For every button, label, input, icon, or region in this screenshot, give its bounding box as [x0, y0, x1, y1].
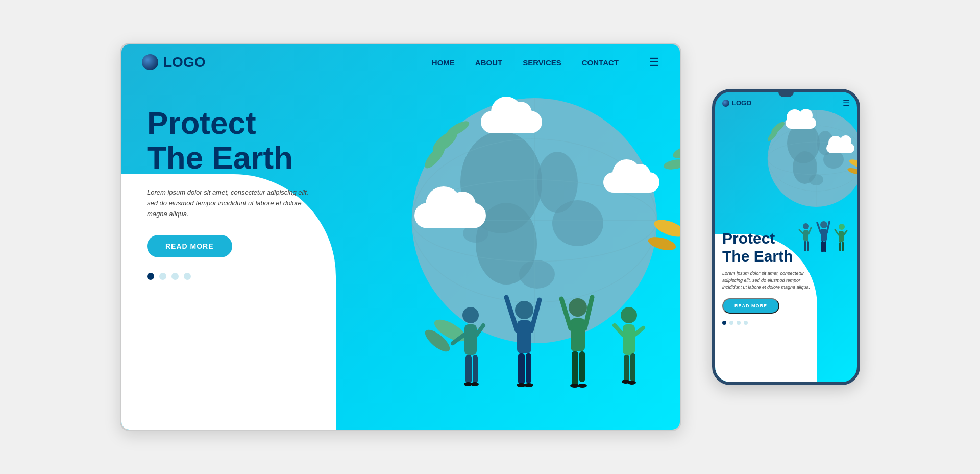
cloud-top: [481, 111, 542, 133]
mobile-pagination-dot-3[interactable]: [737, 321, 741, 325]
svg-point-49: [578, 384, 587, 388]
svg-rect-37: [579, 351, 585, 382]
svg-point-18: [671, 143, 681, 161]
mobile-people-illustration: [796, 219, 852, 259]
pagination-dot-3[interactable]: [172, 273, 179, 280]
svg-rect-21: [464, 324, 477, 355]
nav-contact[interactable]: CONTACT: [582, 58, 619, 67]
svg-line-74: [808, 228, 811, 234]
svg-rect-39: [623, 324, 635, 355]
svg-line-80: [827, 222, 829, 233]
logo-circle-icon: [142, 54, 158, 70]
svg-point-77: [820, 221, 827, 228]
svg-point-51: [628, 381, 636, 385]
pagination-dot-1[interactable]: [147, 273, 154, 280]
pagination-dot-2[interactable]: [159, 273, 166, 280]
mobile-title-line1: Protect: [722, 230, 775, 247]
mobile-hamburger-icon[interactable]: ☰: [843, 98, 850, 108]
svg-point-13: [445, 118, 471, 139]
svg-rect-72: [803, 230, 808, 241]
svg-point-26: [515, 301, 533, 319]
mobile-logo-text: LOGO: [732, 99, 751, 107]
svg-line-73: [799, 230, 803, 234]
desktop-hero-section: Protect The Earth Lorem ipsum dolor sit …: [147, 106, 321, 280]
mobile-logo: LOGO: [722, 99, 751, 107]
svg-point-71: [803, 223, 809, 229]
svg-point-45: [471, 382, 479, 386]
svg-line-34: [561, 299, 571, 328]
mobile-nav: LOGO ☰: [715, 98, 857, 108]
svg-rect-82: [824, 241, 826, 252]
cloud-middle-left: [414, 203, 486, 228]
nav-home[interactable]: HOME: [432, 58, 455, 67]
nav-about[interactable]: ABOUT: [475, 58, 502, 67]
pagination-dot-4[interactable]: [184, 273, 191, 280]
desktop-globe-container: [353, 50, 681, 407]
mobile-camera-notch: [778, 92, 794, 97]
svg-rect-84: [839, 231, 844, 242]
svg-rect-76: [807, 241, 809, 251]
mobile-pagination-dot-1[interactable]: [722, 321, 726, 325]
desktop-hero-title: Protect The Earth: [147, 106, 321, 175]
svg-point-38: [621, 307, 637, 323]
svg-rect-31: [526, 353, 531, 383]
desktop-logo: LOGO: [142, 54, 205, 70]
svg-rect-42: [624, 355, 629, 381]
mobile-pagination-dots: [722, 321, 814, 325]
mobile-logo-circle-icon: [722, 100, 729, 107]
cloud-right: [603, 172, 659, 193]
svg-line-29: [531, 300, 540, 330]
svg-rect-30: [518, 353, 525, 384]
svg-point-70: [847, 167, 860, 176]
svg-line-41: [635, 328, 643, 335]
svg-point-19: [663, 158, 681, 171]
svg-rect-78: [821, 229, 827, 241]
svg-rect-88: [842, 242, 844, 251]
desktop-pagination-dots: [147, 273, 321, 280]
svg-rect-33: [571, 318, 585, 351]
mobile-mockup: LOGO ☰: [712, 89, 860, 385]
svg-line-40: [615, 325, 623, 335]
svg-rect-36: [572, 351, 578, 385]
desktop-mockup: LOGO HOME ABOUT SERVICES CONTACT ☰ Prote…: [120, 43, 681, 431]
svg-rect-25: [473, 355, 478, 383]
mobile-people-area: [796, 219, 852, 259]
svg-line-79: [817, 223, 821, 233]
svg-point-14: [652, 217, 681, 240]
hamburger-icon[interactable]: ☰: [649, 56, 659, 69]
hero-title-line2: The Earth: [147, 140, 293, 175]
svg-line-85: [835, 230, 839, 235]
svg-point-20: [462, 307, 479, 323]
nav-services[interactable]: SERVICES: [523, 58, 561, 67]
svg-point-83: [839, 224, 845, 230]
svg-rect-75: [804, 241, 806, 251]
desktop-hero-description: Lorem ipsum dolor sit amet, consectetur …: [147, 187, 321, 219]
desktop-read-more-button[interactable]: READ MORE: [147, 235, 232, 257]
svg-line-28: [506, 297, 517, 330]
svg-point-47: [524, 383, 533, 387]
mobile-hero-description: Lorem ipsum dolor sit amet, consectetur …: [722, 270, 814, 291]
mobile-leaves: [760, 102, 860, 215]
svg-point-32: [569, 298, 587, 317]
mobile-pagination-dot-2[interactable]: [729, 321, 733, 325]
logo-text: LOGO: [163, 54, 205, 70]
nav-links: HOME ABOUT SERVICES CONTACT ☰: [432, 56, 659, 69]
mobile-globe-area: [760, 102, 860, 215]
svg-line-23: [477, 325, 483, 335]
svg-point-69: [848, 158, 860, 169]
hero-title-line1: Protect: [147, 105, 256, 140]
svg-rect-87: [839, 242, 841, 251]
mobile-read-more-button[interactable]: READ MORE: [722, 298, 779, 314]
mobile-pagination-dot-4[interactable]: [744, 321, 748, 325]
svg-rect-81: [821, 241, 824, 252]
desktop-nav: LOGO HOME ABOUT SERVICES CONTACT ☰: [121, 44, 680, 80]
svg-rect-27: [517, 320, 531, 353]
svg-line-22: [453, 335, 464, 343]
svg-line-86: [844, 231, 847, 235]
mobile-title-line2: The Earth: [722, 248, 793, 265]
svg-point-15: [647, 234, 677, 253]
svg-rect-24: [465, 355, 472, 383]
people-illustration: [435, 295, 670, 407]
svg-line-35: [585, 297, 592, 328]
svg-rect-43: [630, 353, 635, 382]
